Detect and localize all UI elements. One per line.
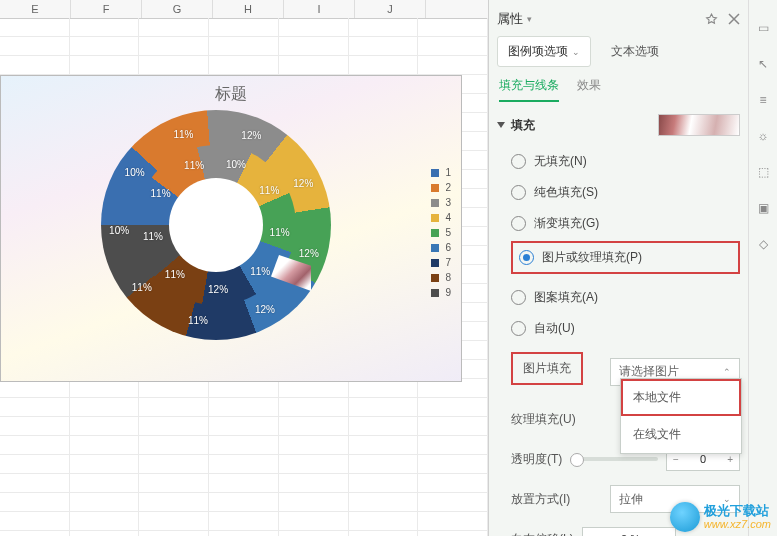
- transparency-label: 透明度(T): [511, 451, 562, 468]
- chevron-down-icon: ⌄: [723, 494, 731, 504]
- radio-label: 无填充(N): [534, 153, 587, 170]
- legend-item[interactable]: 2: [431, 182, 451, 193]
- offset-left-value[interactable]: − -2 % +: [582, 527, 676, 536]
- fill-preview[interactable]: [658, 114, 740, 136]
- legend-label: 2: [445, 182, 451, 193]
- radio-icon: [511, 321, 526, 336]
- radio-solid-fill[interactable]: 纯色填充(S): [511, 177, 740, 208]
- donut-label: 11%: [165, 269, 185, 280]
- radio-auto-fill[interactable]: 自动(U): [511, 313, 740, 344]
- legend-item[interactable]: 5: [431, 227, 451, 238]
- properties-panel: 属性 ▾ 图例项选项 ⌄ 文本选项: [489, 0, 777, 536]
- donut-label: 11%: [184, 159, 204, 170]
- radio-icon: [511, 290, 526, 305]
- legend-label: 4: [445, 212, 451, 223]
- placement-select[interactable]: 拉伸 ⌄: [610, 485, 740, 513]
- legend-item[interactable]: 1: [431, 167, 451, 178]
- donut-label: 11%: [132, 282, 152, 293]
- close-icon[interactable]: [728, 13, 740, 26]
- legend-swatch: [431, 199, 439, 207]
- texture-fill-label: 纹理填充(U): [511, 411, 576, 428]
- radio-icon: [511, 216, 526, 231]
- legend-item[interactable]: 4: [431, 212, 451, 223]
- chevron-down-icon: ⌄: [572, 47, 580, 57]
- side-rail: ▭ ↖ ≡ ☼ ⬚ ▣ ◇: [748, 0, 777, 536]
- column-headers: E F G H I J: [0, 0, 488, 19]
- legend-label: 1: [445, 167, 451, 178]
- settings-icon[interactable]: ≡: [755, 92, 771, 108]
- donut-label: 11%: [173, 128, 193, 139]
- subtab-fill-line[interactable]: 填充与线条: [499, 77, 559, 102]
- radio-label: 图片或纹理填充(P): [542, 249, 642, 266]
- highlighted-option: 图片或纹理填充(P): [511, 241, 740, 274]
- rail-icon[interactable]: ⬚: [755, 164, 771, 180]
- panel-title[interactable]: 属性 ▾: [497, 10, 532, 28]
- donut-label: 11%: [151, 188, 171, 199]
- legend-swatch: [431, 169, 439, 177]
- legend-swatch: [431, 184, 439, 192]
- panel-main: 属性 ▾ 图例项选项 ⌄ 文本选项: [489, 0, 748, 536]
- radio-icon-checked: [519, 250, 534, 265]
- slider-thumb[interactable]: [570, 453, 584, 467]
- donut-label: 10%: [125, 167, 145, 178]
- picture-source-dropdown: 本地文件 在线文件: [620, 378, 742, 454]
- rail-icon[interactable]: ◇: [755, 236, 771, 252]
- legend-item[interactable]: 3: [431, 197, 451, 208]
- donut-label: 10%: [109, 224, 129, 235]
- chart-container[interactable]: 标题 12%12%12%12%11%11%10%10%11%10%11%11%1…: [0, 75, 462, 382]
- legend-item[interactable]: 6: [431, 242, 451, 253]
- radio-picture-fill[interactable]: 图片或纹理填充(P): [519, 247, 732, 268]
- donut-label: 12%: [299, 248, 319, 259]
- offset-left-label: 向左偏移(L): [511, 531, 574, 537]
- subtab-effects[interactable]: 效果: [577, 77, 601, 102]
- legend-item[interactable]: 7: [431, 257, 451, 268]
- col-header[interactable]: J: [355, 0, 426, 18]
- tab-label: 图例项选项: [508, 43, 568, 60]
- donut-label: 12%: [241, 129, 261, 140]
- cursor-icon[interactable]: ↖: [755, 56, 771, 72]
- tab-legend-options[interactable]: 图例项选项 ⌄: [497, 36, 591, 67]
- radio-icon: [511, 185, 526, 200]
- legend-swatch: [431, 259, 439, 267]
- radio-no-fill[interactable]: 无填充(N): [511, 146, 740, 177]
- legend-label: 7: [445, 257, 451, 268]
- col-header[interactable]: I: [284, 0, 355, 18]
- radio-pattern-fill[interactable]: 图案填充(A): [511, 282, 740, 313]
- radio-icon: [511, 154, 526, 169]
- radio-label: 渐变填充(G): [534, 215, 599, 232]
- section-fill-header[interactable]: 填充: [497, 117, 535, 134]
- legend-label: 8: [445, 272, 451, 283]
- chart-title[interactable]: 标题: [1, 84, 461, 105]
- col-header[interactable]: F: [71, 0, 142, 18]
- radio-label: 图案填充(A): [534, 289, 598, 306]
- legend-swatch: [431, 289, 439, 297]
- col-header[interactable]: G: [142, 0, 213, 18]
- legend-item[interactable]: 8: [431, 272, 451, 283]
- plus-icon[interactable]: +: [725, 454, 735, 465]
- col-header[interactable]: E: [0, 0, 71, 18]
- legend-swatch: [431, 214, 439, 222]
- tab-text-options[interactable]: 文本选项: [601, 36, 669, 67]
- chevron-down-icon: ▾: [527, 14, 532, 24]
- transparency-slider[interactable]: [570, 457, 658, 461]
- chevron-up-icon: ⌃: [723, 367, 731, 377]
- col-header[interactable]: H: [213, 0, 284, 18]
- legend-item[interactable]: 9: [431, 287, 451, 298]
- rail-icon[interactable]: ▣: [755, 200, 771, 216]
- dropdown-local-file[interactable]: 本地文件: [621, 379, 741, 416]
- donut-label: 12%: [255, 303, 275, 314]
- value-text: 0: [700, 453, 706, 465]
- legend-swatch: [431, 274, 439, 282]
- panel-title-text: 属性: [497, 10, 523, 28]
- donut-chart[interactable]: 12%12%12%12%11%11%10%10%11%10%11%11%11%1…: [101, 110, 331, 340]
- radio-gradient-fill[interactable]: 渐变填充(G): [511, 208, 740, 239]
- legend-swatch: [431, 244, 439, 252]
- pin-icon[interactable]: [705, 13, 718, 26]
- select-value: 拉伸: [619, 491, 643, 508]
- legend-swatch: [431, 229, 439, 237]
- dropdown-online-file[interactable]: 在线文件: [621, 416, 741, 453]
- minus-icon[interactable]: −: [671, 454, 681, 465]
- rail-icon[interactable]: ▭: [755, 20, 771, 36]
- rail-icon[interactable]: ☼: [755, 128, 771, 144]
- donut-label: 12%: [293, 177, 313, 188]
